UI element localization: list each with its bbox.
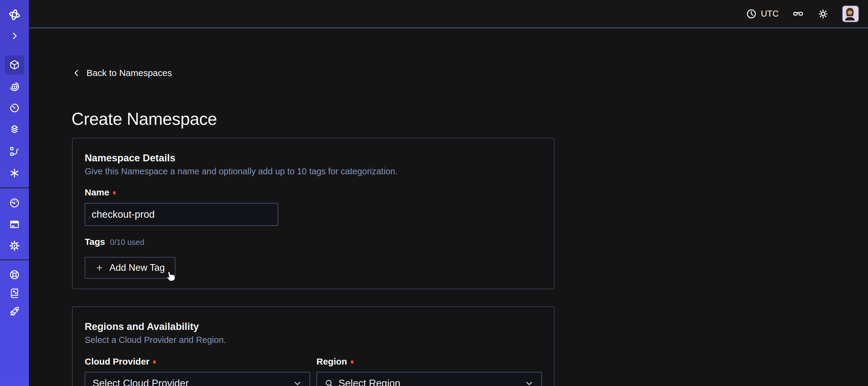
tags-row: Tags 0/10 used (85, 236, 542, 247)
sidebar-item-batch[interactable] (0, 120, 29, 139)
cloud-provider-field: Cloud Provider Select Cloud Provider (85, 356, 310, 386)
timezone-selector[interactable]: UTC (746, 8, 779, 19)
search-icon (324, 379, 334, 386)
required-indicator (113, 191, 116, 195)
card-description: Give this Namespace a name and optionall… (85, 166, 542, 177)
cloud-provider-placeholder: Select Cloud Provider (93, 378, 288, 386)
sidebar (0, 0, 29, 386)
chevron-down-icon (524, 379, 534, 386)
timezone-label: UTC (761, 9, 779, 19)
sidebar-item-nexus[interactable] (0, 164, 29, 183)
sidebar-item-deployments[interactable] (0, 142, 29, 161)
usage-gauge-icon (9, 197, 20, 209)
batch-layers-icon (9, 124, 20, 136)
sidebar-item-usage[interactable] (0, 193, 29, 213)
sidebar-item-getting-started[interactable] (0, 302, 29, 321)
billing-window-icon (9, 219, 20, 230)
sun-icon (817, 8, 829, 20)
getting-started-rocket-icon (9, 306, 20, 317)
sidebar-item-logo[interactable] (0, 5, 29, 24)
glasses-button[interactable] (792, 8, 804, 20)
back-link-label: Back to Namespaces (87, 68, 172, 78)
main-content: Back to Namespaces Create Namespace Name… (29, 29, 868, 386)
name-field-label: Name (85, 187, 542, 198)
region-placeholder: Select Region (338, 378, 520, 386)
app-root: UTC (0, 0, 868, 386)
region-label: Region (316, 356, 542, 367)
tags-usage-counter: 0/10 used (110, 238, 144, 247)
sidebar-divider (0, 187, 29, 188)
sidebar-item-expand[interactable] (0, 26, 29, 46)
glasses-icon (792, 8, 804, 20)
card-description: Select a Cloud Provider and Region. (85, 334, 542, 345)
sidebar-item-schedules[interactable] (0, 98, 29, 118)
support-lifebuoy-icon (9, 269, 20, 280)
docs-book-icon (9, 287, 20, 299)
card-title: Namespace Details (85, 152, 542, 165)
cloud-provider-select[interactable]: Select Cloud Provider (85, 372, 310, 386)
sidebar-item-namespaces[interactable] (0, 55, 29, 75)
sidebar-item-workflows[interactable] (0, 77, 29, 96)
page-title: Create Namespace (71, 109, 217, 129)
required-indicator (153, 360, 156, 364)
tags-label: Tags (85, 236, 105, 247)
cloud-provider-label: Cloud Provider (85, 356, 310, 367)
theme-toggle-button[interactable] (817, 8, 829, 20)
add-new-tag-button[interactable]: Add New Tag (85, 257, 176, 279)
chevron-left-icon (72, 68, 81, 78)
plus-icon (95, 264, 104, 272)
card-regions-availability: Regions and Availability Select a Cloud … (72, 306, 555, 386)
settings-gear-icon (9, 240, 20, 251)
schedules-timer-icon (9, 102, 20, 114)
user-avatar[interactable] (842, 5, 859, 22)
sidebar-divider (0, 259, 29, 260)
chevron-down-icon (293, 379, 302, 386)
clock-icon (746, 8, 757, 19)
namespaces-cube-icon (9, 59, 20, 70)
region-select[interactable]: Select Region (316, 372, 542, 386)
required-indicator (351, 360, 353, 364)
chevron-right-icon (9, 31, 20, 41)
deployments-branch-icon (9, 146, 20, 157)
sidebar-item-support[interactable] (0, 265, 29, 285)
sidebar-item-settings[interactable] (0, 236, 29, 256)
namespace-name-input[interactable] (85, 203, 278, 226)
nexus-asterisk-icon (9, 167, 20, 179)
sidebar-item-docs[interactable] (0, 284, 29, 303)
topbar: UTC (29, 0, 868, 28)
temporal-logo-icon (8, 8, 21, 21)
workflows-spiral-icon (9, 81, 20, 92)
back-link[interactable]: Back to Namespaces (72, 66, 172, 80)
card-title: Regions and Availability (85, 320, 542, 333)
region-field: Region Select Region (316, 356, 542, 386)
card-namespace-details: Namespace Details Give this Namespace a … (72, 138, 555, 289)
sidebar-item-billing[interactable] (0, 215, 29, 234)
